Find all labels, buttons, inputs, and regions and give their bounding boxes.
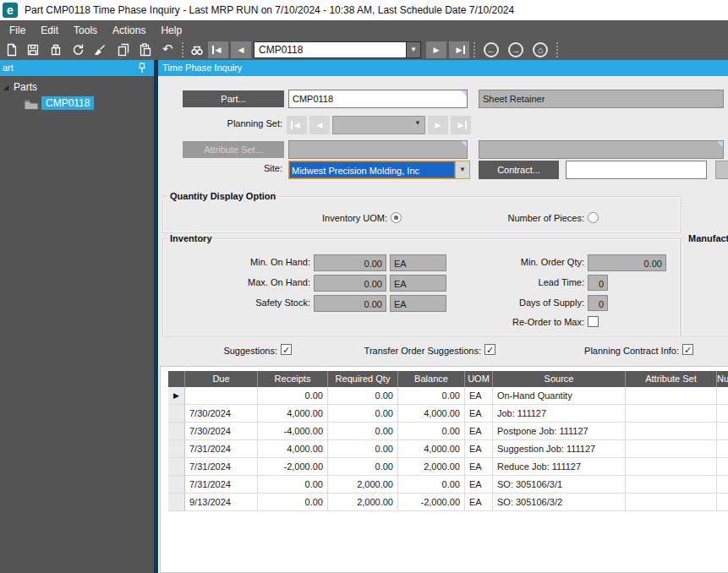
forward-icon[interactable]: → (508, 42, 523, 57)
menu-tools[interactable]: Tools (66, 22, 105, 39)
grid-header-uom[interactable]: UOM (465, 371, 493, 387)
record-combo[interactable]: ▼ (254, 41, 421, 58)
grid-row[interactable]: 7/30/2024-4,000.000.000.00EAPostpone Job… (168, 423, 728, 440)
copy-icon[interactable] (117, 43, 130, 57)
transfer-order-suggestions-checkbox[interactable] (484, 344, 495, 355)
grid-cell: 7/30/2024 (185, 405, 258, 423)
tree-panel-header: art (0, 60, 154, 76)
grid-cell: Postpone Job: 111127 (493, 423, 626, 440)
part-description-field: Sheet Retainer (479, 90, 724, 108)
inventory-title: Inventory (167, 233, 215, 243)
first-record-button[interactable]: ◀ (208, 41, 228, 58)
site-combo[interactable]: Midwest Precision Molding, Inc ▼ (288, 161, 470, 179)
tree-expander-icon[interactable]: ◢ (3, 84, 8, 91)
undo-icon[interactable]: ↶ (162, 42, 173, 56)
pin-icon[interactable] (137, 63, 147, 74)
grid-row[interactable]: 9/13/20240.002,000.00-2,000.00EASO: 3051… (168, 494, 728, 511)
days-of-supply-field: 0 (588, 295, 608, 311)
part-input[interactable] (288, 90, 468, 108)
home-icon[interactable]: ⌂ (533, 42, 548, 57)
grid-cell: 0.00 (328, 423, 398, 440)
record-combo-input[interactable] (255, 42, 406, 57)
application-window: e Part CMP0118 Time Phase Inquiry - Last… (0, 0, 728, 573)
clear-icon[interactable] (93, 43, 107, 57)
inventory-uom-radio[interactable] (391, 212, 402, 223)
contract-input[interactable] (566, 161, 707, 179)
grid-cell: 0.00 (258, 387, 328, 405)
grid-cell (626, 458, 717, 476)
grid-header-attribute-set[interactable]: Attribute Set (626, 371, 717, 387)
lead-time-field: 0 (588, 275, 608, 291)
save-icon[interactable] (26, 43, 40, 57)
grid-header-number[interactable]: Nu (717, 371, 728, 387)
grid-row[interactable]: 7/31/20240.002,000.000.00EASO: 305106/3/… (168, 476, 728, 494)
window-title: Part CMP0118 Time Phase Inquiry - Last M… (25, 4, 514, 16)
toolbar-separator (556, 42, 558, 57)
new-icon[interactable] (5, 43, 19, 57)
grid-cell: 4,000.00 (398, 440, 465, 458)
suggestions-label: Suggestions: (193, 346, 277, 356)
row-selector[interactable] (168, 405, 185, 423)
grid-cell: EA (465, 405, 493, 423)
menu-help[interactable]: Help (153, 22, 189, 39)
main-panel-title: Time Phase Inquiry (162, 63, 242, 73)
search-icon[interactable] (190, 43, 204, 57)
row-selector[interactable] (168, 458, 185, 476)
row-selector[interactable] (168, 440, 185, 458)
grid-header-due[interactable]: Due (185, 371, 258, 387)
grid-cell: 2,000.00 (328, 494, 398, 511)
grid-row[interactable]: 7/31/20244,000.000.004,000.00EASuggestio… (168, 440, 728, 458)
chevron-down-icon[interactable]: ▼ (406, 42, 420, 57)
row-selector[interactable] (168, 476, 185, 494)
menu-file[interactable]: File (2, 22, 33, 39)
grid-header-receipts[interactable]: Receipts (258, 371, 328, 387)
menu-edit[interactable]: Edit (33, 22, 66, 39)
min-on-hand-uom-field: EA (390, 254, 446, 271)
grid-cell (626, 423, 717, 440)
part-button[interactable]: Part... (183, 90, 284, 107)
toolbar-separator (182, 42, 183, 57)
back-icon[interactable]: ← (484, 42, 499, 57)
planning-contract-info-checkbox[interactable] (682, 344, 693, 355)
manufacturing-title: Manufact (686, 233, 728, 243)
suggestions-checkbox[interactable] (281, 344, 292, 355)
field-corner-indicator (461, 90, 467, 96)
planning-contract-info-label: Planning Contract Info: (552, 346, 679, 356)
grid-cell (626, 387, 717, 405)
grid-header-source[interactable]: Source (493, 371, 626, 387)
refresh-icon[interactable] (71, 43, 85, 57)
grid-header-required-qty[interactable]: Required Qty (328, 371, 398, 387)
row-selector[interactable] (168, 494, 185, 511)
grid-cell (717, 423, 728, 440)
grid-row[interactable]: 7/31/2024-2,000.000.002,000.00EAReduce J… (168, 458, 728, 476)
grid-row[interactable]: ▶0.000.000.00EAOn-Hand Quantity (168, 387, 728, 405)
chevron-down-icon[interactable]: ▼ (455, 161, 469, 178)
number-of-pieces-radio[interactable] (588, 212, 599, 223)
grid-header-balance[interactable]: Balance (398, 371, 465, 387)
grid-row[interactable]: 7/30/20244,000.000.004,000.00EAJob: 1111… (168, 405, 728, 423)
grid-cell: 4,000.00 (258, 405, 328, 423)
grid-cell: EA (465, 476, 493, 494)
menu-actions[interactable]: Actions (105, 22, 153, 39)
tree-root-parts[interactable]: Parts (14, 81, 37, 93)
next-record-button[interactable]: ▶ (426, 41, 446, 58)
previous-record-button[interactable]: ◀ (231, 41, 251, 58)
contract-button[interactable]: Contract... (479, 161, 559, 179)
grid-cell (626, 476, 717, 494)
last-record-button[interactable]: ▶ (449, 41, 469, 58)
current-row-indicator[interactable]: ▶ (168, 387, 185, 405)
delete-icon[interactable] (49, 43, 63, 57)
grid-cell (626, 405, 717, 423)
planning-set-last-button: ▶ (451, 116, 471, 134)
menu-bar: File Edit Tools Actions Help (0, 20, 728, 40)
min-on-hand-label: Min. On Hand: (192, 257, 310, 267)
grid-cell: EA (465, 458, 493, 476)
tree-node-cmp0118[interactable]: CMP0118 (41, 96, 94, 110)
reorder-to-max-checkbox[interactable] (588, 316, 599, 327)
paste-icon[interactable] (139, 43, 152, 57)
grid-cell: 2,000.00 (398, 458, 465, 476)
toolbar-separator (473, 42, 475, 57)
contract-search-button[interactable] (715, 161, 728, 179)
row-selector[interactable] (168, 423, 185, 440)
planning-set-combo: ▼ (332, 116, 425, 134)
